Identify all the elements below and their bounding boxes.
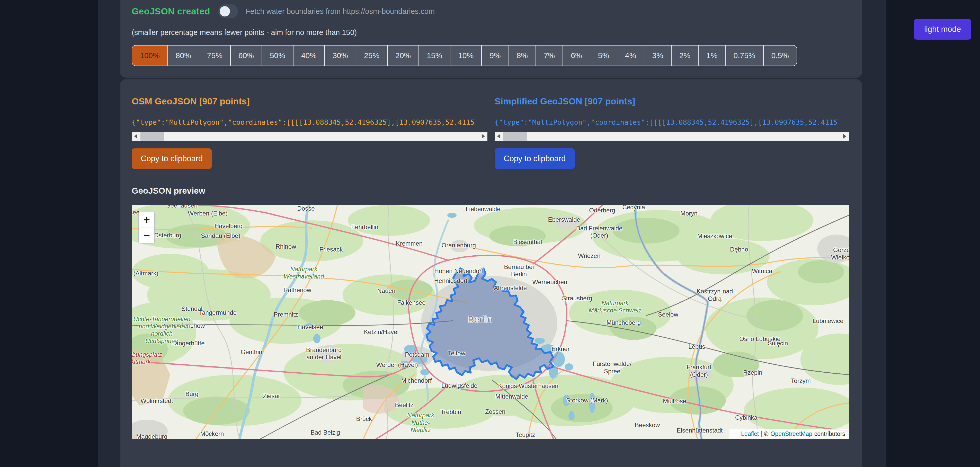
simplify-option-3%[interactable]: 3% bbox=[644, 46, 671, 65]
controls-panel: GeoJSON created Fetch water boundaries f… bbox=[120, 0, 862, 78]
simplify-option-10%[interactable]: 10% bbox=[450, 46, 481, 65]
status-text: GeoJSON created bbox=[132, 6, 210, 16]
scrollbar-left-arrow-icon[interactable] bbox=[132, 132, 140, 141]
osm-geojson-title: OSM GeoJSON [907 points] bbox=[132, 96, 487, 106]
simplify-option-25%[interactable]: 25% bbox=[356, 46, 387, 65]
zoom-in-button[interactable]: + bbox=[139, 212, 154, 227]
osm-geojson-text: {"type":"MultiPolygon","coordinates":[[[… bbox=[132, 118, 487, 126]
scrollbar-right-arrow-icon[interactable] bbox=[479, 132, 487, 141]
simplify-option-60%[interactable]: 60% bbox=[230, 46, 262, 65]
simplified-geojson-text: {"type":"MultiPolygon","coordinates":[[[… bbox=[495, 118, 849, 126]
attribution-separator: | © bbox=[761, 430, 768, 437]
attribution-suffix: contributors bbox=[815, 430, 845, 437]
light-mode-button[interactable]: light mode bbox=[914, 19, 971, 40]
simplify-buttons: 100%80%75%60%50%40%30%25%20%15%10%9%8%7%… bbox=[132, 45, 797, 66]
simplify-option-9%[interactable]: 9% bbox=[481, 46, 508, 65]
simplify-hint: (smaller percentage means fewer points -… bbox=[132, 28, 850, 37]
geojson-preview-title: GeoJSON preview bbox=[132, 186, 849, 196]
simplify-option-4%[interactable]: 4% bbox=[617, 46, 644, 65]
scrollbar-right-arrow-icon[interactable] bbox=[841, 132, 849, 141]
copy-simplified-geojson-button[interactable]: Copy to clipboard bbox=[495, 148, 574, 169]
zoom-out-button[interactable]: − bbox=[139, 227, 154, 243]
simplify-option-0.75%[interactable]: 0.75% bbox=[725, 46, 763, 65]
scrollbar-track[interactable] bbox=[503, 132, 841, 141]
simplify-option-7%[interactable]: 7% bbox=[536, 46, 563, 65]
map-tiles-art bbox=[132, 205, 849, 439]
scrollbar-track[interactable] bbox=[140, 132, 479, 141]
water-boundaries-label: Fetch water boundaries from https://osm-… bbox=[246, 7, 435, 16]
map-zoom-control: + − bbox=[138, 212, 155, 243]
simplified-geojson-title: Simplified GeoJSON [907 points] bbox=[495, 96, 849, 106]
simplify-option-6%[interactable]: 6% bbox=[563, 46, 590, 65]
simplify-option-30%[interactable]: 30% bbox=[325, 46, 356, 65]
geojson-panel: OSM GeoJSON [907 points] {"type":"MultiP… bbox=[120, 79, 862, 467]
osm-geojson-hscrollbar[interactable] bbox=[132, 132, 487, 141]
map-attribution: Leaflet | © OpenStreetMap contributors bbox=[729, 429, 849, 439]
simplify-option-15%[interactable]: 15% bbox=[418, 46, 450, 65]
simplify-option-1%[interactable]: 1% bbox=[698, 46, 725, 65]
scrollbar-thumb[interactable] bbox=[503, 132, 527, 141]
simplify-option-50%[interactable]: 50% bbox=[262, 46, 293, 65]
simplify-option-0.5%[interactable]: 0.5% bbox=[763, 46, 797, 65]
copy-osm-geojson-button[interactable]: Copy to clipboard bbox=[132, 148, 212, 169]
scrollbar-thumb[interactable] bbox=[140, 132, 164, 141]
simplify-option-80%[interactable]: 80% bbox=[167, 46, 199, 65]
scrollbar-left-arrow-icon[interactable] bbox=[495, 132, 503, 141]
simplify-option-20%[interactable]: 20% bbox=[387, 46, 418, 65]
openstreetmap-link[interactable]: OpenStreetMap bbox=[770, 430, 812, 437]
leaflet-map[interactable]: seeSeehausenWerben (Elbe)DosseHavelbergS… bbox=[132, 205, 849, 439]
simplify-option-8%[interactable]: 8% bbox=[509, 46, 536, 65]
water-boundaries-toggle[interactable] bbox=[218, 4, 238, 18]
simplify-option-5%[interactable]: 5% bbox=[590, 46, 617, 65]
simplified-geojson-hscrollbar[interactable] bbox=[495, 132, 849, 141]
leaflet-link[interactable]: Leaflet bbox=[741, 430, 759, 437]
simplify-option-75%[interactable]: 75% bbox=[199, 46, 230, 65]
simplify-option-100%[interactable]: 100% bbox=[132, 46, 167, 65]
ukraine-flag-icon bbox=[732, 432, 739, 437]
simplify-option-2%[interactable]: 2% bbox=[671, 46, 698, 65]
toggle-knob bbox=[220, 6, 230, 16]
simplify-option-40%[interactable]: 40% bbox=[293, 46, 325, 65]
